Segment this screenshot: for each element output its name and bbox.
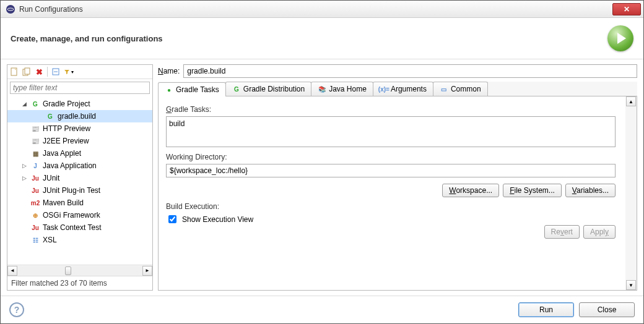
tab-gradle-tasks[interactable]: ●Gradle Tasks [158,82,226,96]
tree-item-java-application[interactable]: ▷JJava Application [7,160,152,172]
collapse-all-icon[interactable] [50,66,61,77]
tab-label: Arguments [391,85,427,93]
tree-item-label: JUnit Plug-in Test [43,186,100,195]
toolbar-separator [47,67,48,77]
tree-item-label: Gradle Project [43,100,90,108]
tree-item-icon: 📰 [30,124,40,134]
file-system-button[interactable]: File System... [503,184,562,197]
tree-item-java-applet[interactable]: ▦Java Applet [7,147,152,160]
run-configurations-dialog: Run Configurations ✕ Create, manage, and… [0,0,644,324]
tab-icon: 📚 [318,85,326,93]
help-icon[interactable]: ? [9,302,24,317]
content-vscrollbar[interactable]: ▲ ▼ [625,96,637,290]
config-tabs: ●Gradle TasksGGradle Distribution📚Java H… [158,82,637,96]
name-label: Name: [158,67,180,75]
tree-item-gradle-build[interactable]: Ggradle.build [7,110,152,122]
tab-arguments[interactable]: (x)=Arguments [373,82,433,96]
tree-item-junit[interactable]: ▷JuJUnit [7,172,152,184]
tree-item-label: OSGi Framework [43,211,100,220]
tree-item-icon: G [30,99,40,109]
tree-item-label: gradle.build [58,112,96,121]
close-button[interactable]: Close [579,302,635,317]
expander-closed-icon[interactable]: ▷ [22,163,28,169]
hscroll-thumb[interactable] [65,266,71,275]
tab-label: Common [451,85,481,93]
new-config-icon[interactable] [9,66,20,77]
config-list-panel: ✖ ▾ ◢GGradle ProjectGgradle.build📰HTTP P… [7,64,153,291]
scroll-right-icon[interactable]: ► [142,266,152,276]
config-detail-panel: Name: ●Gradle TasksGGradle Distribution📚… [158,64,637,291]
tab-gradle-distribution[interactable]: GGradle Distribution [225,82,311,96]
dialog-header: Create, manage, and run configurations [1,18,643,59]
tree-item-label: HTTP Preview [43,124,90,133]
tree-item-junit-plug-in-test[interactable]: JuJUnit Plug-in Test [7,184,152,197]
apply-button[interactable]: Apply [583,225,616,239]
tab-icon: ▭ [440,85,448,93]
variables-button[interactable]: Variables... [565,184,616,197]
gradle-tasks-tab-content: Gradle Tasks: build Working Directory: W… [158,96,637,291]
tree-item-maven-build[interactable]: m2Maven Build [7,197,152,209]
tree-item-http-preview[interactable]: 📰HTTP Preview [7,122,152,135]
tree-item-j2ee-preview[interactable]: 📰J2EE Preview [7,135,152,147]
tree-item-icon: Ju [30,173,40,183]
workspace-button[interactable]: Workspace... [442,184,499,197]
tree-item-label: Java Application [43,161,97,170]
scroll-up-icon[interactable]: ▲ [626,96,636,106]
tree-item-label: Java Applet [43,149,81,158]
config-name-input[interactable] [183,64,637,78]
tree-item-task-context-test[interactable]: JuTask Context Test [7,221,152,234]
tree-hscrollbar[interactable]: ◄ ► [7,265,152,276]
tab-icon: G [232,85,241,93]
tab-java-home[interactable]: 📚Java Home [311,82,373,96]
filter-icon[interactable]: ▾ [63,66,74,77]
gradle-tasks-textarea[interactable]: build [166,116,616,147]
show-execution-view-label: Show Execution View [182,215,253,224]
tab-label: Gradle Tasks [176,85,219,94]
tab-icon: (x)= [380,85,388,93]
working-directory-input[interactable] [166,164,616,177]
tree-item-label: Maven Build [43,198,84,207]
tree-item-gradle-project[interactable]: ◢GGradle Project [7,98,152,110]
tree-item-icon: Ju [30,185,40,195]
tree-item-osgi-framework[interactable]: ⊕OSGi Framework [7,209,152,221]
dialog-footer: ? Run Close [1,296,643,323]
tree-item-label: J2EE Preview [43,137,89,145]
window-title: Run Configurations [19,5,612,14]
tree-item-icon: Ju [30,223,40,232]
tree-item-icon: 📰 [30,136,40,146]
svg-rect-4 [25,68,30,74]
tree-item-icon: J [30,161,40,171]
tree-item-icon: ▦ [30,148,40,158]
scroll-down-icon[interactable]: ▼ [626,280,636,290]
config-toolbar: ✖ ▾ [7,65,152,79]
tree-item-label: XSL [43,236,57,244]
scroll-left-icon[interactable]: ◄ [7,266,17,276]
delete-config-icon[interactable]: ✖ [33,66,45,77]
show-execution-view-checkbox[interactable] [168,215,176,223]
config-tree[interactable]: ◢GGradle ProjectGgradle.build📰HTTP Previ… [7,96,152,265]
gradle-tasks-label: Gradle Tasks: [166,105,629,114]
tab-label: Gradle Distribution [243,85,305,93]
header-title: Create, manage, and run configurations [11,34,607,43]
run-button[interactable]: Run [518,302,574,317]
build-execution-label: Build Execution: [166,202,629,211]
tree-item-icon: ☷ [30,235,40,245]
filter-status-text: Filter matched 23 of 70 items [7,276,152,290]
tree-item-label: JUnit [43,174,59,182]
tree-item-xsl[interactable]: ☷XSL [7,234,152,246]
tree-item-icon: m2 [30,198,40,208]
tab-common[interactable]: ▭Common [433,82,488,96]
revert-button[interactable]: Revert [544,225,580,239]
expander-open-icon[interactable]: ◢ [22,101,28,107]
eclipse-icon [6,4,15,14]
titlebar: Run Configurations ✕ [1,1,643,18]
working-directory-label: Working Directory: [166,153,629,161]
tree-item-icon: ⊕ [30,210,40,220]
duplicate-config-icon[interactable] [21,66,32,77]
window-close-button[interactable]: ✕ [612,3,641,15]
expander-closed-icon[interactable]: ▷ [22,175,28,181]
tab-icon: ● [165,85,173,94]
filter-input[interactable] [10,82,150,94]
tree-item-label: Task Context Test [43,223,102,232]
tree-item-icon: G [45,111,55,121]
